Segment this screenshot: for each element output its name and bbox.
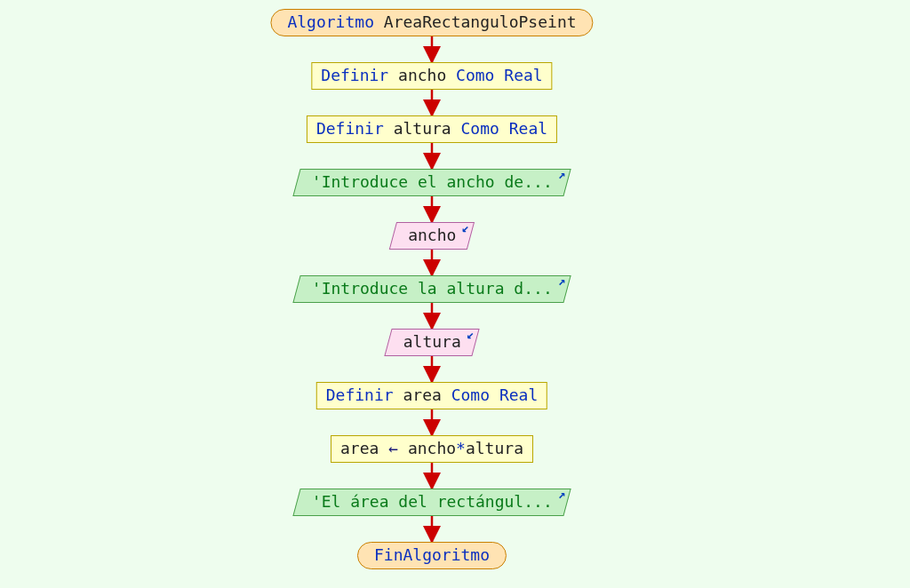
kw-finalgoritmo: FinAlgoritmo xyxy=(374,545,490,564)
input-ancho: ancho ↙ xyxy=(389,222,475,250)
assign-area: area ← ancho * altura xyxy=(331,435,533,463)
arrow-out-icon: ↗ xyxy=(558,488,565,500)
terminal-start: Algoritmo AreaRectanguloPseint xyxy=(270,9,593,36)
arrow-in-icon: ↙ xyxy=(461,221,468,234)
output-prompt-ancho: 'Introduce el ancho de... ↗ xyxy=(292,169,571,196)
output-prompt-altura: 'Introduce la altura d... ↗ xyxy=(292,275,571,303)
define-altura: Definir altura Como Real xyxy=(307,115,557,143)
terminal-end: FinAlgoritmo xyxy=(357,542,507,569)
program-name: AreaRectanguloPseint xyxy=(384,12,577,31)
output-result: 'El área del rectángul... ↗ xyxy=(292,489,571,516)
arrow-out-icon: ↗ xyxy=(558,274,565,287)
flowchart-canvas: Algoritmo AreaRectanguloPseint Definir a… xyxy=(0,0,910,588)
input-altura: altura ↙ xyxy=(384,329,479,356)
arrow-out-icon: ↗ xyxy=(558,168,565,180)
define-area: Definir area Como Real xyxy=(316,382,547,409)
arrow-in-icon: ↙ xyxy=(467,328,474,340)
define-ancho: Definir ancho Como Real xyxy=(311,62,552,90)
kw-algoritmo: Algoritmo xyxy=(287,12,374,31)
